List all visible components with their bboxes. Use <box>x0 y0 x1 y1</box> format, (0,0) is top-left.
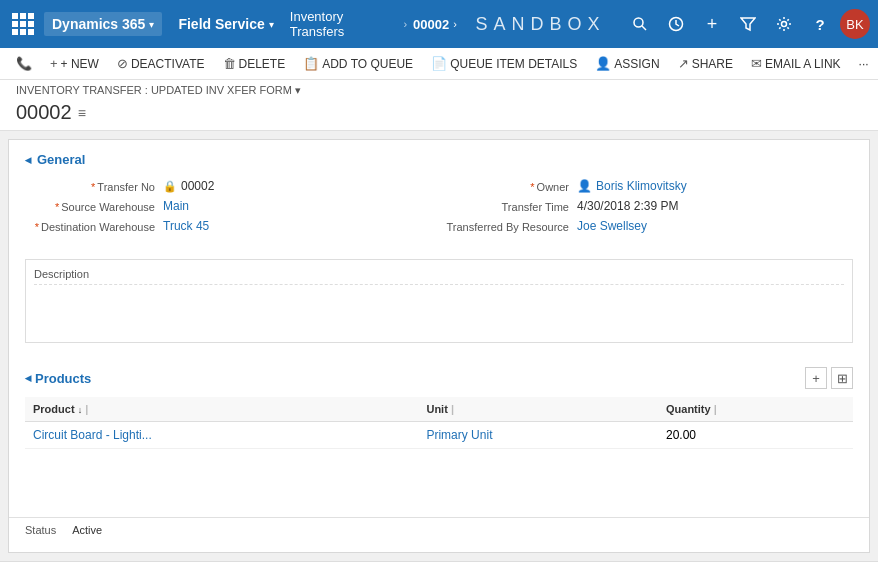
product-col-header: Product ↓ | <box>25 397 418 422</box>
source-warehouse-label: Source Warehouse <box>25 199 155 213</box>
queue-item-details-button[interactable]: 📄 QUEUE ITEM DETAILS <box>423 52 585 75</box>
transferred-by-resource-field: Transferred By Resource Joe Swellsey <box>439 219 853 233</box>
products-section: ◂ Products + ⊞ Product ↓ | <box>9 359 869 457</box>
col-resize-unit[interactable]: | <box>451 403 454 415</box>
avatar[interactable]: BK <box>840 9 870 39</box>
share-icon: ↗ <box>678 56 689 71</box>
record-id: 00002 <box>16 101 72 124</box>
main-content: ◂ General Transfer No 🔒 00002 Source War… <box>0 131 878 561</box>
app-switcher[interactable]: Field Service ▾ <box>170 12 281 36</box>
products-header: ◂ Products + ⊞ <box>25 367 853 389</box>
recent-button[interactable] <box>660 8 692 40</box>
quantity-cell: 20.00 <box>658 422 853 449</box>
deactivate-icon: ⊘ <box>117 56 128 71</box>
general-section-header[interactable]: ◂ General <box>25 152 853 167</box>
share-button[interactable]: ↗ SHARE <box>670 52 741 75</box>
product-link[interactable]: Circuit Board - Lighti... <box>33 428 152 442</box>
sort-icon[interactable]: ↓ <box>78 405 83 415</box>
breadcrumb: Inventory Transfers › 00002 › <box>290 9 457 39</box>
products-table-header: Product ↓ | Unit | Quantity | <box>25 397 853 422</box>
nav-icon-group: + ? BK <box>624 8 870 40</box>
fields-right-col: Owner 👤 Boris Klimovitsky Transfer Time … <box>439 179 853 239</box>
products-section-title[interactable]: ◂ Products <box>25 371 91 386</box>
deactivate-button[interactable]: ⊘ DEACTIVATE <box>109 52 213 75</box>
svg-marker-3 <box>741 18 755 30</box>
lock-icon: 🔒 <box>163 180 177 193</box>
products-label: Products <box>35 371 91 386</box>
more-button[interactable]: ··· <box>851 53 877 75</box>
queue-icon: 📋 <box>303 56 319 71</box>
general-fields-grid: Transfer No 🔒 00002 Source Warehouse Mai… <box>25 179 853 239</box>
queue-details-icon: 📄 <box>431 56 447 71</box>
new-button[interactable]: + + NEW <box>42 52 107 75</box>
record-id-row: 00002 ≡ <box>16 99 862 130</box>
email-link-button[interactable]: ✉ EMAIL A LINK <box>743 52 849 75</box>
delete-icon: 🗑 <box>223 56 236 71</box>
waffle-menu[interactable] <box>8 9 38 39</box>
source-warehouse-value[interactable]: Main <box>163 199 439 213</box>
destination-warehouse-label: Destination Warehouse <box>25 219 155 233</box>
transfer-time-field: Transfer Time 4/30/2018 2:39 PM <box>439 199 853 213</box>
avatar-initials: BK <box>846 17 863 32</box>
transferred-by-resource-value[interactable]: Joe Swellsey <box>577 219 853 233</box>
assign-icon: 👤 <box>595 56 611 71</box>
source-warehouse-field: Source Warehouse Main <box>25 199 439 213</box>
description-label: Description <box>34 268 844 280</box>
delete-button[interactable]: 🗑 DELETE <box>215 52 294 75</box>
owner-field: Owner 👤 Boris Klimovitsky <box>439 179 853 193</box>
filter-button[interactable] <box>732 8 764 40</box>
email-icon: ✉ <box>751 56 762 71</box>
add-product-button[interactable]: + <box>805 367 827 389</box>
breadcrumb-parent[interactable]: Inventory Transfers <box>290 9 398 39</box>
breadcrumb-current: 00002 <box>413 17 449 32</box>
status-value: Active <box>72 524 102 536</box>
transfer-no-field: Transfer No 🔒 00002 <box>25 179 439 193</box>
products-chevron-icon: ◂ <box>25 371 31 385</box>
record-menu-icon[interactable]: ≡ <box>78 105 86 121</box>
svg-line-1 <box>642 26 646 30</box>
quantity-col-header: Quantity | <box>658 397 853 422</box>
top-navigation: Dynamics 365 ▾ Field Service ▾ Inventory… <box>0 0 878 48</box>
brand-label: Dynamics 365 <box>52 16 145 32</box>
fields-left-col: Transfer No 🔒 00002 Source Warehouse Mai… <box>25 179 439 239</box>
transfer-no-label: Transfer No <box>25 179 155 193</box>
brand-button[interactable]: Dynamics 365 ▾ <box>44 12 162 36</box>
spacer <box>9 457 869 517</box>
status-label: Status <box>25 524 56 536</box>
destination-warehouse-field: Destination Warehouse Truck 45 <box>25 219 439 233</box>
transfer-time-label: Transfer Time <box>439 199 569 213</box>
general-section: ◂ General Transfer No 🔒 00002 Source War… <box>9 140 869 251</box>
owner-value[interactable]: Boris Klimovitsky <box>596 179 853 193</box>
form-header: INVENTORY TRANSFER : UPDATED INV XFER FO… <box>0 80 878 131</box>
products-table: Product ↓ | Unit | Quantity | <box>25 397 853 449</box>
destination-warehouse-value[interactable]: Truck 45 <box>163 219 439 233</box>
grid-view-button[interactable]: ⊞ <box>831 367 853 389</box>
create-button[interactable]: + <box>696 8 728 40</box>
unit-link[interactable]: Primary Unit <box>426 428 492 442</box>
owner-label: Owner <box>439 179 569 193</box>
product-cell: Circuit Board - Lighti... <box>25 422 418 449</box>
products-actions: + ⊞ <box>805 367 853 389</box>
add-to-queue-button[interactable]: 📋 ADD TO QUEUE <box>295 52 421 75</box>
sandbox-label: SANDBOX <box>457 14 624 35</box>
form-body: ◂ General Transfer No 🔒 00002 Source War… <box>8 139 870 553</box>
form-name-label[interactable]: INVENTORY TRANSFER : UPDATED INV XFER FO… <box>16 84 301 96</box>
owner-person-icon: 👤 <box>577 179 592 193</box>
description-input[interactable] <box>34 284 844 334</box>
assign-button[interactable]: 👤 ASSIGN <box>587 52 667 75</box>
status-bar: Status Active <box>9 517 869 542</box>
help-button[interactable]: ? <box>804 8 836 40</box>
general-section-label: General <box>37 152 85 167</box>
col-resize-quantity[interactable]: | <box>714 403 717 415</box>
table-row: Circuit Board - Lighti... Primary Unit 2… <box>25 422 853 449</box>
breadcrumb-sep1: › <box>403 18 407 30</box>
settings-button[interactable] <box>768 8 800 40</box>
app-chevron-icon: ▾ <box>269 19 274 30</box>
svg-point-0 <box>634 18 643 27</box>
general-chevron-icon: ◂ <box>25 153 31 167</box>
search-button[interactable] <box>624 8 656 40</box>
unit-col-header: Unit | <box>418 397 658 422</box>
col-resize-product[interactable]: | <box>85 403 88 415</box>
phone-icon: 📞 <box>8 52 40 75</box>
command-bar: 📞 + + NEW ⊘ DEACTIVATE 🗑 DELETE 📋 ADD TO… <box>0 48 878 80</box>
